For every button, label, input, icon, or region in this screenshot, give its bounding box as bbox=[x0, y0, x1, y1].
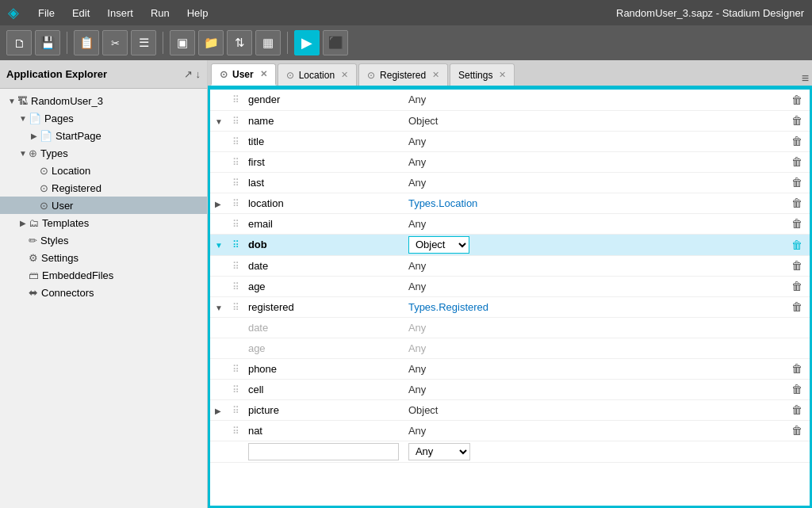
delete-button[interactable]: 🗑 bbox=[791, 424, 802, 437]
delete-button[interactable]: 🗑 bbox=[791, 135, 802, 147]
toolbar-deploy-button[interactable]: ⬛ bbox=[323, 30, 348, 55]
field-name-cell: date bbox=[243, 317, 404, 338]
new-field-type-select[interactable]: Any Object String Number Boolean Date bbox=[408, 443, 470, 460]
tab-registered[interactable]: ⊙ Registered ✕ bbox=[358, 63, 448, 86]
new-field-type-cell[interactable]: Any Object String Number Boolean Date bbox=[404, 441, 784, 462]
toolbar-layout-button[interactable]: ▣ bbox=[170, 30, 195, 55]
sidebar-item-startpage[interactable]: ▶ 📄 StartPage bbox=[0, 127, 207, 144]
drag-cell[interactable]: ⠿ bbox=[228, 276, 243, 296]
delete-button[interactable]: 🗑 bbox=[791, 176, 802, 189]
sidebar-item-registered[interactable]: ⊙ Registered bbox=[0, 179, 207, 197]
field-type-label: Any bbox=[408, 342, 426, 354]
field-action-cell: 🗑 bbox=[784, 131, 810, 151]
sidebar-item-settings[interactable]: ⚙ Settings bbox=[0, 249, 207, 266]
delete-button[interactable]: 🗑 bbox=[791, 280, 802, 292]
delete-button[interactable]: 🗑 bbox=[791, 403, 802, 416]
field-type-label: Any bbox=[408, 260, 426, 272]
drag-cell[interactable]: ⠿ bbox=[228, 399, 243, 420]
sidebar-item-templates[interactable]: ▶ 🗂 Templates bbox=[0, 214, 207, 231]
delete-button[interactable]: 🗑 bbox=[791, 114, 802, 127]
tab-user[interactable]: ⊙ User ✕ bbox=[211, 63, 276, 86]
toolbar-list-button[interactable]: ☰ bbox=[131, 30, 156, 55]
expand-icon[interactable]: ▼ bbox=[215, 304, 223, 312]
toolbar-copy-button[interactable]: 📋 bbox=[74, 30, 99, 55]
sidebar-item-user[interactable]: ⊙ User bbox=[0, 197, 207, 214]
sidebar-item-label-pages: Pages bbox=[44, 113, 74, 124]
delete-button[interactable]: 🗑 bbox=[791, 155, 802, 168]
expand-icon[interactable]: ▶ bbox=[215, 407, 221, 415]
toolbar-save-button[interactable]: 💾 bbox=[35, 30, 60, 55]
menu-help[interactable]: Help bbox=[179, 4, 216, 22]
menu-run[interactable]: Run bbox=[143, 4, 178, 22]
drag-cell[interactable]: ⠿ bbox=[228, 151, 243, 172]
drag-cell[interactable]: ⠿ bbox=[228, 358, 243, 379]
new-field-input[interactable] bbox=[248, 443, 399, 460]
expand-cell[interactable]: ▼ bbox=[210, 296, 228, 317]
field-type-cell[interactable]: Object Any String Number bbox=[404, 234, 784, 255]
delete-button[interactable]: 🗑 bbox=[791, 197, 802, 209]
drag-cell[interactable]: ⠿ bbox=[228, 90, 243, 110]
sidebar-item-embeddedfiles[interactable]: 🗃 EmbeddedFiles bbox=[0, 266, 207, 284]
delete-button[interactable]: 🗑 bbox=[791, 300, 802, 313]
field-name-label: date bbox=[248, 322, 268, 334]
tab-location[interactable]: ⊙ Location ✕ bbox=[278, 63, 357, 86]
expand-icon[interactable]: ▼ bbox=[215, 117, 223, 126]
drag-cell[interactable]: ⠿ bbox=[228, 213, 243, 234]
drag-cell[interactable]: ⠿ bbox=[228, 131, 243, 151]
expand-icon[interactable]: ▶ bbox=[215, 200, 221, 208]
toolbar-swap-button[interactable]: ⇅ bbox=[227, 30, 252, 55]
menu-insert[interactable]: Insert bbox=[99, 4, 141, 22]
new-field-name-cell[interactable] bbox=[243, 441, 404, 462]
drag-cell[interactable]: ⠿ bbox=[228, 193, 243, 213]
toolbar-play-button[interactable]: ▶ bbox=[294, 30, 320, 55]
tab-registered-close[interactable]: ✕ bbox=[432, 70, 439, 80]
drag-cell[interactable]: ⠿ bbox=[228, 255, 243, 276]
toolbar: 🗋 💾 📋 ✂ ☰ ▣ 📁 ⇅ ▦ ▶ ⬛ bbox=[0, 25, 812, 60]
sidebar-collapse-icon[interactable]: ↓ bbox=[196, 68, 201, 80]
field-name-label: cell bbox=[248, 384, 264, 395]
sidebar-item-root[interactable]: ▼ 🏗 RandomUser_3 bbox=[0, 92, 207, 109]
sidebar-expand-icon[interactable]: ↗ bbox=[184, 68, 193, 80]
menu-edit[interactable]: Edit bbox=[64, 4, 98, 22]
sidebar-item-pages[interactable]: ▼ 📄 Pages bbox=[0, 109, 207, 127]
expand-cell[interactable]: ▼ bbox=[210, 234, 228, 255]
field-type-cell: Any bbox=[404, 172, 784, 193]
field-type-cell: Any bbox=[404, 338, 784, 358]
drag-cell[interactable]: ⠿ bbox=[228, 234, 243, 255]
drag-cell[interactable]: ⠿ bbox=[228, 379, 243, 399]
drag-cell[interactable]: ⠿ bbox=[228, 420, 243, 441]
tab-settings[interactable]: Settings ✕ bbox=[450, 63, 515, 86]
field-type-dropdown[interactable]: Object Any String Number bbox=[408, 236, 469, 254]
delete-button[interactable]: 🗑 bbox=[791, 94, 802, 106]
expand-icon[interactable]: ▼ bbox=[215, 241, 223, 250]
table-row: age Any bbox=[210, 338, 810, 358]
toolbar-new-button[interactable]: 🗋 bbox=[6, 30, 32, 55]
sidebar-item-styles[interactable]: ✏ Styles bbox=[0, 231, 207, 249]
expand-cell[interactable]: ▶ bbox=[210, 399, 228, 420]
drag-cell[interactable]: ⠿ bbox=[228, 296, 243, 317]
delete-button[interactable]: 🗑 bbox=[791, 217, 802, 230]
expand-cell[interactable]: ▶ bbox=[210, 193, 228, 213]
tab-user-close[interactable]: ✕ bbox=[260, 69, 267, 79]
field-name-label: dob bbox=[248, 239, 267, 250]
sidebar-item-connectors[interactable]: ⬌ Connectors bbox=[0, 284, 207, 301]
toolbar-folder-button[interactable]: 📁 bbox=[198, 30, 224, 55]
delete-button[interactable]: 🗑 bbox=[791, 362, 802, 375]
menu-file[interactable]: File bbox=[30, 4, 63, 22]
field-type-cell: Any bbox=[404, 131, 784, 151]
toolbar-cut-button[interactable]: ✂ bbox=[102, 30, 128, 55]
delete-button[interactable]: 🗑 bbox=[791, 239, 802, 251]
delete-button[interactable]: 🗑 bbox=[791, 383, 802, 395]
expand-cell[interactable]: ▼ bbox=[210, 110, 228, 131]
toolbar-table-button[interactable]: ▦ bbox=[255, 30, 281, 55]
tab-options-button[interactable]: ≡ bbox=[802, 71, 809, 86]
expand-cell bbox=[210, 90, 228, 110]
delete-button[interactable]: 🗑 bbox=[791, 259, 802, 272]
drag-cell[interactable]: ⠿ bbox=[228, 172, 243, 193]
tab-settings-close[interactable]: ✕ bbox=[499, 70, 506, 80]
tab-location-close[interactable]: ✕ bbox=[341, 70, 348, 80]
drag-cell[interactable]: ⠿ bbox=[228, 110, 243, 131]
table-row: ⠿ cell Any 🗑 bbox=[210, 379, 810, 399]
sidebar-item-types[interactable]: ▼ ⊕ Types bbox=[0, 144, 207, 162]
sidebar-item-location[interactable]: ⊙ Location bbox=[0, 162, 207, 179]
